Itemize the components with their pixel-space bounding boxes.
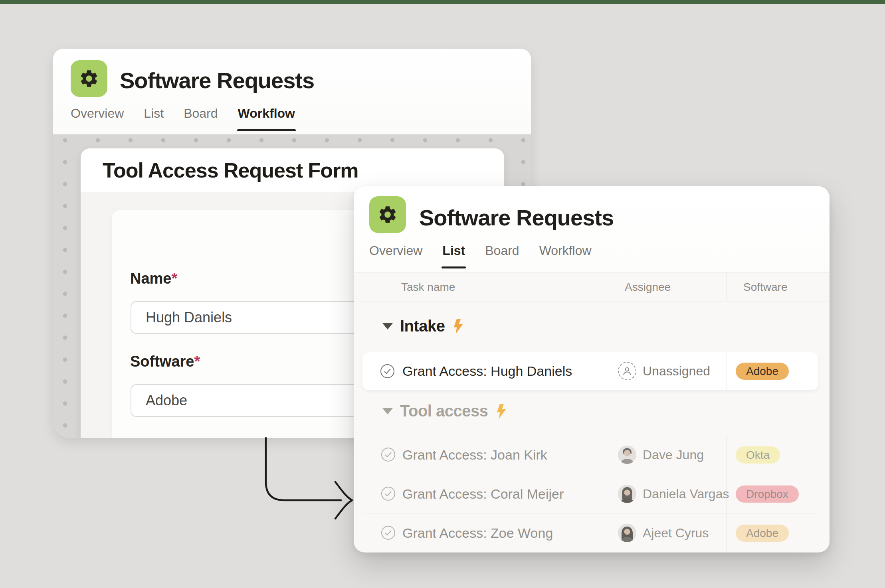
task-name[interactable]: Grant Access: Joan Kirk (402, 435, 547, 474)
tab-list[interactable]: List (144, 106, 164, 131)
chevron-down-icon[interactable] (382, 408, 393, 414)
tab-workflow[interactable]: Workflow (238, 106, 295, 131)
workflow-card-header: Software Requests Overview List Board Wo… (53, 49, 531, 134)
gear-icon (71, 60, 107, 97)
task-name[interactable]: Grant Access: Coral Meijer (402, 474, 564, 513)
page-title: Software Requests (120, 67, 314, 93)
column-header-software[interactable]: Software (743, 272, 788, 302)
workflow-card-tabs: Overview List Board Workflow (71, 106, 295, 131)
section-name: Intake (400, 317, 445, 335)
list-card: Software Requests Overview List Board Wo… (354, 186, 830, 552)
chevron-down-icon[interactable] (382, 323, 393, 330)
column-header-task-name[interactable]: Task name (401, 272, 455, 302)
tab-overview[interactable]: Overview (71, 106, 124, 131)
check-circle-icon[interactable] (381, 486, 396, 501)
task-name[interactable]: Grant Access: Hugh Daniels (402, 352, 572, 390)
task-table: Task name Assignee Software Intake (354, 272, 830, 552)
lightning-bolt-icon (495, 403, 507, 419)
software-field-label: Software* (130, 353, 200, 370)
check-circle-icon[interactable] (380, 364, 395, 379)
avatar (618, 524, 636, 542)
software-badge[interactable]: Dropbox (736, 485, 799, 503)
avatar (618, 485, 636, 503)
column-header-assignee[interactable]: Assignee (625, 272, 671, 302)
lightning-bolt-icon (452, 318, 464, 334)
tab-board[interactable]: Board (184, 106, 218, 131)
column-divider (607, 352, 607, 390)
gear-icon (369, 196, 406, 233)
column-divider (607, 272, 607, 302)
name-field-label: Name* (130, 270, 177, 287)
task-row-highlighted[interactable]: Grant Access: Hugh Daniels Unassigned Ad… (362, 352, 818, 390)
tab-list[interactable]: List (442, 243, 465, 268)
required-asterisk: * (172, 270, 178, 287)
section-header-intake[interactable]: Intake (382, 317, 464, 335)
tab-board[interactable]: Board (485, 243, 519, 268)
form-title: Tool Access Request Form (103, 148, 358, 192)
table-header-row: Task name Assignee Software (354, 272, 830, 302)
tab-workflow[interactable]: Workflow (539, 243, 592, 268)
assignee-name: Ajeet Cyrus (643, 513, 709, 552)
task-row[interactable]: Grant Access: Coral Meijer Daniela Varga… (362, 474, 818, 513)
task-name[interactable]: Grant Access: Zoe Wong (402, 513, 553, 552)
list-card-tabs: Overview List Board Workflow (369, 243, 592, 268)
tab-overview[interactable]: Overview (369, 243, 422, 268)
form-header: Tool Access Request Form (81, 148, 504, 192)
page-title: Software Requests (419, 205, 614, 231)
task-row[interactable]: Grant Access: Joan Kirk Dave Jung Okta (362, 435, 818, 474)
top-accent-bar (0, 0, 885, 4)
required-asterisk: * (194, 353, 200, 370)
software-badge[interactable]: Adobe (736, 363, 789, 380)
column-divider (727, 352, 727, 390)
column-divider (727, 272, 727, 302)
unassigned-avatar-icon[interactable] (618, 362, 636, 380)
section-header-tool-access[interactable]: Tool access (382, 402, 507, 420)
software-badge[interactable]: Adobe (736, 525, 789, 542)
section-name: Tool access (400, 402, 488, 420)
task-row[interactable]: Grant Access: Zoe Wong Ajeet Cyrus Adobe (362, 513, 818, 552)
assignee-name: Unassigned (643, 352, 710, 390)
software-badge[interactable]: Okta (736, 446, 780, 464)
assignee-name: Dave Jung (643, 435, 704, 474)
avatar (618, 446, 636, 464)
check-circle-icon[interactable] (381, 525, 396, 540)
check-circle-icon[interactable] (381, 447, 396, 462)
page: Software Requests Overview List Board Wo… (0, 0, 885, 588)
assignee-name: Daniela Vargas (643, 474, 729, 513)
list-card-header: Software Requests Overview List Board Wo… (354, 186, 830, 272)
